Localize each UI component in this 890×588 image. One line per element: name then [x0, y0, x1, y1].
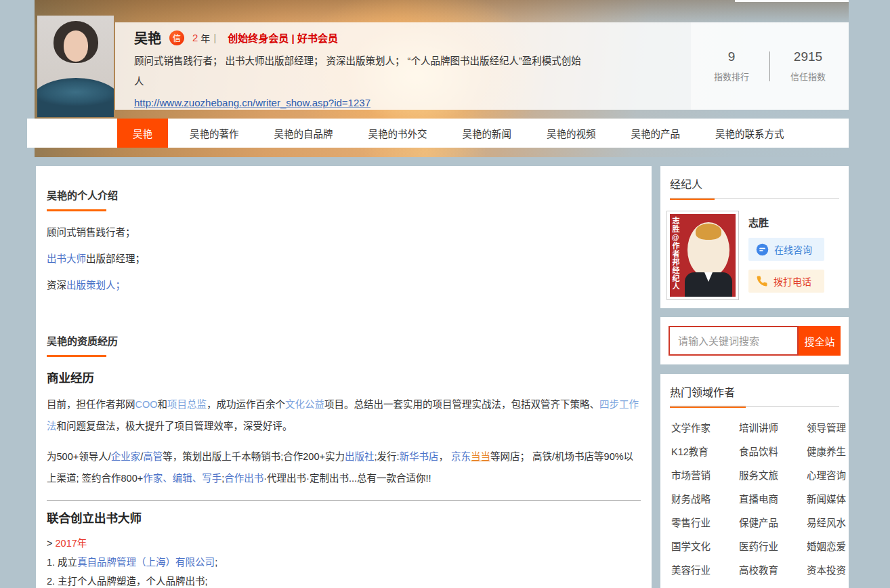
stat-trust-value: 2915: [776, 49, 841, 64]
call-phone-button[interactable]: 拨打电话: [748, 270, 824, 293]
hot-field-tag[interactable]: 培训讲师: [739, 420, 799, 434]
name-row: 吴艳 信 2 年｜ 创始终身会员 | 好书会员: [134, 28, 338, 47]
chat-icon: [756, 243, 769, 256]
inline-link[interactable]: 真自品牌管理（上海）有限公司: [77, 557, 215, 568]
inline-link[interactable]: 高管: [143, 451, 163, 462]
inline-link[interactable]: 企业家: [111, 451, 141, 462]
text-segment: 资深: [47, 280, 66, 291]
tab-writer-home[interactable]: 吴艳: [117, 119, 168, 148]
hot-field-tag[interactable]: 服务文旅: [739, 467, 799, 482]
section-underline: [670, 198, 839, 200]
photo-decoration: [64, 30, 88, 62]
hot-field-tag[interactable]: 食品饮料: [739, 444, 799, 458]
tab-self-brand[interactable]: 吴艳的自品牌: [265, 119, 343, 148]
tab-contact[interactable]: 吴艳的联系方式: [706, 119, 794, 148]
hot-field-tag[interactable]: K12教育: [671, 444, 731, 458]
timeline-year: > 2017年: [47, 534, 641, 553]
agent-info: 志胜 在线咨询 拨打电话: [748, 211, 839, 300]
hot-field-tag[interactable]: 新闻媒体: [807, 491, 846, 505]
text-segment: 2. 主打个人品牌塑造，个人品牌出书;: [47, 576, 208, 587]
inline-link[interactable]: COO: [135, 399, 158, 410]
inline-link[interactable]: 当当: [471, 451, 490, 462]
phone-icon: [756, 275, 768, 287]
inline-link[interactable]: 出版社: [345, 451, 375, 462]
inline-link[interactable]: 出书大师: [47, 253, 86, 264]
text-segment: 顾问式销售践行者；: [47, 227, 135, 238]
agent-avatar-caption: 志胜@作者邦经纪人: [671, 217, 679, 291]
text-segment: 和问题复盘法，极大提升了项目管理效率，深受好评。: [57, 421, 293, 432]
tab-book-diplomacy[interactable]: 吴艳的书外交: [359, 119, 437, 148]
business-paragraph: 目前，担任作者邦网COO和项目总监，成功运作百余个文化公益项目。总结出一套实用的…: [47, 394, 641, 437]
hot-field-tag[interactable]: 财务战略: [671, 491, 731, 505]
call-phone-label: 拨打电话: [774, 274, 811, 288]
agent-panel: 经纪人 志胜@作者邦经纪人 志胜: [660, 166, 849, 308]
profile-photo: [37, 16, 114, 117]
hot-field-tag[interactable]: 零售行业: [671, 515, 731, 529]
avatar-decoration: [696, 224, 721, 240]
section-underline: [670, 406, 839, 408]
member-years-unit: 年｜: [200, 31, 219, 45]
photo-decoration: [37, 78, 114, 117]
agent-card: 志胜@作者邦经纪人 志胜 在线咨询 拨打电话: [660, 200, 849, 300]
writer-header-panel: 吴艳 信 2 年｜ 创始终身会员 | 好书会员 顾问式销售践行者； 出书大师出版…: [115, 22, 849, 110]
hot-field-tag[interactable]: 医药行业: [739, 539, 799, 553]
agent-avatar[interactable]: 志胜@作者邦经纪人: [666, 211, 739, 300]
writer-name: 吴艳: [134, 28, 161, 47]
hot-field-tag[interactable]: 国学文化: [671, 539, 731, 553]
timeline-item: 1. 成立真自品牌管理（上海）有限公司;: [47, 553, 641, 572]
text-segment: ;: [215, 557, 217, 568]
business-paragraph: 为500+领导人/企业家/高管等，策划出版上千本畅销书;合作200+实力出版社;…: [47, 446, 641, 489]
search-site-button[interactable]: 搜全站: [799, 326, 841, 356]
inline-link[interactable]: 京东: [451, 451, 471, 462]
spacer: [47, 302, 641, 333]
inline-link[interactable]: 新华书店: [399, 451, 438, 462]
text-segment: ;发行:: [374, 451, 399, 462]
cofound-timeline: > 2017年 1. 成立真自品牌管理（上海）有限公司; 2. 主打个人品牌塑造…: [47, 534, 641, 588]
intro-line: 出书大师出版部经理；: [47, 249, 641, 269]
section-title-qualifications: 吴艳的资质经历: [47, 333, 641, 348]
hot-field-tag[interactable]: 健康养生: [807, 444, 846, 458]
agent-avatar-image: 志胜@作者邦经纪人: [670, 214, 736, 297]
inline-link[interactable]: 合作出书: [224, 473, 263, 484]
cofound-heading: 联合创立出书大师: [47, 509, 641, 526]
stat-rank-value: 9: [699, 49, 764, 64]
hot-field-tag[interactable]: 资本投资: [807, 562, 846, 576]
writer-page-url-link[interactable]: http://www.zuozhebang.cn/writer_show.asp…: [134, 97, 370, 108]
writer-description: 顾问式销售践行者； 出书大师出版部经理； 资深出版策划人； “个人品牌图书出版经…: [134, 51, 589, 91]
inline-link[interactable]: 文化公益: [285, 399, 324, 410]
online-consult-button[interactable]: 在线咨询: [748, 238, 824, 261]
tab-products[interactable]: 吴艳的产品: [622, 119, 690, 148]
stat-trust: 2915 信任指数: [776, 49, 841, 83]
agent-panel-title: 经纪人: [670, 175, 839, 192]
hot-field-tag[interactable]: 婚姻恋爱: [807, 539, 846, 553]
hot-field-tags: 文学作家 培训讲师 领导管理 K12教育 食品饮料 健康养生 市场营销 服务文旅…: [660, 408, 849, 588]
hot-field-tag[interactable]: 易经风水: [807, 515, 846, 529]
stat-rank-label: 指数排行: [699, 70, 764, 83]
text-segment: ·代理出书·定制出书...总有一款合适你!!: [263, 473, 431, 484]
site-search-panel: 搜全站: [660, 317, 849, 364]
hot-field-tag[interactable]: 高校教育: [739, 562, 799, 576]
search-input[interactable]: [669, 326, 799, 356]
hot-field-tag[interactable]: 直播电商: [739, 491, 799, 505]
inline-link[interactable]: 项目总监: [167, 399, 207, 410]
hot-field-tag[interactable]: 美容行业: [671, 562, 731, 576]
writer-content-panel: 吴艳的个人介绍 顾问式销售践行者； 出书大师出版部经理； 资深出版策划人； 吴艳…: [36, 166, 652, 588]
agent-name: 志胜: [748, 215, 839, 229]
trust-badge-icon: 信: [169, 30, 184, 45]
business-experience-heading: 商业经历: [47, 369, 641, 385]
tab-videos[interactable]: 吴艳的视频: [537, 119, 606, 148]
hot-field-tag[interactable]: 市场营销: [671, 467, 731, 482]
hot-field-tag[interactable]: 保健产品: [739, 515, 799, 529]
text-segment: >: [47, 538, 56, 549]
tab-works[interactable]: 吴艳的著作: [180, 119, 249, 148]
page: 吴艳 信 2 年｜ 创始终身会员 | 好书会员 顾问式销售践行者； 出书大师出版…: [0, 0, 890, 588]
hot-field-tag[interactable]: 文学作家: [671, 420, 731, 434]
timeline-item: 2. 主打个人品牌塑造，个人品牌出书;: [47, 572, 641, 588]
stats-divider: [769, 51, 770, 81]
tab-news[interactable]: 吴艳的新闻: [453, 119, 522, 148]
hot-field-tag[interactable]: 心理咨询: [807, 467, 846, 482]
inline-link[interactable]: 出版策划人；: [66, 280, 125, 291]
text-segment: 为500+领导人/: [47, 451, 111, 462]
hot-field-tag[interactable]: 领导管理: [807, 420, 846, 434]
inline-link[interactable]: 作家、编辑、写手: [143, 473, 221, 484]
